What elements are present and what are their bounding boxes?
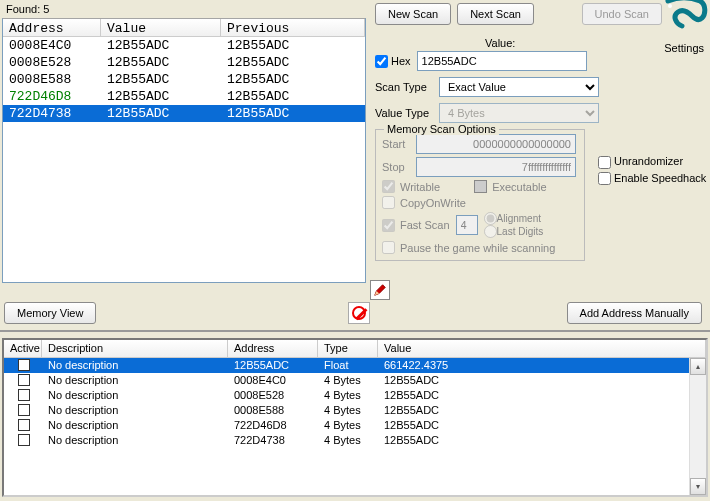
list-row[interactable]: No description0008E5284 Bytes12B55ADC <box>4 388 706 403</box>
writable-checkbox[interactable] <box>382 180 395 193</box>
vertical-scrollbar[interactable]: ▴ ▾ <box>689 358 706 495</box>
freeze-checkbox[interactable] <box>18 419 30 431</box>
speedhack-label: Enable Speedhack <box>614 172 706 184</box>
memory-view-button[interactable]: Memory View <box>4 302 96 324</box>
results-row[interactable]: 0008E52812B55ADC12B55ADC <box>3 54 365 71</box>
list-row[interactable]: No description722D47384 Bytes12B55ADC <box>4 433 706 448</box>
pencil-icon[interactable] <box>370 280 390 300</box>
alignment-radio[interactable] <box>484 212 497 225</box>
freeze-checkbox[interactable] <box>18 404 30 416</box>
memory-options-legend: Memory Scan Options <box>384 123 499 135</box>
scroll-up-icon[interactable]: ▴ <box>690 358 706 375</box>
col-header-address-bottom[interactable]: Address <box>228 340 318 357</box>
found-count-label: Found: 5 <box>6 3 49 15</box>
last-digits-radio[interactable] <box>484 225 497 238</box>
scan-type-label: Scan Type <box>375 81 439 93</box>
stop-address-input[interactable] <box>416 157 576 177</box>
copyonwrite-checkbox[interactable] <box>382 196 395 209</box>
pause-scanning-checkbox[interactable] <box>382 241 395 254</box>
start-address-input[interactable] <box>416 134 576 154</box>
executable-label: Executable <box>492 181 546 193</box>
add-address-manually-button[interactable]: Add Address Manually <box>567 302 702 324</box>
col-header-active[interactable]: Active <box>4 340 42 357</box>
memory-scan-options-group: Memory Scan Options Start Stop Writable … <box>375 129 585 261</box>
scan-type-select[interactable]: Exact Value <box>439 77 599 97</box>
freeze-checkbox[interactable] <box>18 389 30 401</box>
scroll-down-icon[interactable]: ▾ <box>690 478 706 495</box>
results-row[interactable]: 722D473812B55ADC12B55ADC <box>3 105 365 122</box>
value-type-label: Value Type <box>375 107 439 119</box>
pause-scanning-label: Pause the game while scanning <box>400 242 555 254</box>
list-row[interactable]: No description0008E5884 Bytes12B55ADC <box>4 403 706 418</box>
results-row[interactable]: 722D46D812B55ADC12B55ADC <box>3 88 365 105</box>
address-list-table[interactable]: Active Description Address Type Value No… <box>2 338 708 497</box>
value-type-select[interactable]: 4 Bytes <box>439 103 599 123</box>
copyonwrite-label: CopyOnWrite <box>400 197 466 209</box>
undo-scan-button[interactable]: Undo Scan <box>582 3 662 25</box>
stop-label: Stop <box>382 161 416 173</box>
hex-checkbox[interactable] <box>375 55 388 68</box>
hex-label: Hex <box>391 55 411 67</box>
fast-scan-label: Fast Scan <box>400 219 450 231</box>
results-row[interactable]: 0008E58812B55ADC12B55ADC <box>3 71 365 88</box>
col-header-address[interactable]: Address <box>3 19 101 36</box>
freeze-checkbox[interactable] <box>18 374 30 386</box>
col-header-description[interactable]: Description <box>42 340 228 357</box>
clear-list-icon[interactable] <box>348 302 370 324</box>
executable-checkbox[interactable] <box>474 180 487 193</box>
fast-scan-value-input[interactable] <box>456 215 478 235</box>
list-row[interactable]: No description722D46D84 Bytes12B55ADC <box>4 418 706 433</box>
last-digits-label: Last Digits <box>497 226 544 237</box>
unrandomizer-label: Unrandomizer <box>614 155 683 167</box>
new-scan-button[interactable]: New Scan <box>375 3 451 25</box>
freeze-checkbox[interactable] <box>18 434 30 446</box>
speedhack-checkbox[interactable] <box>598 172 611 185</box>
list-row[interactable]: No description12B55ADCFloat661422.4375 <box>4 358 706 373</box>
col-header-value-bottom[interactable]: Value <box>378 340 706 357</box>
next-scan-button[interactable]: Next Scan <box>457 3 534 25</box>
freeze-checkbox[interactable] <box>18 359 30 371</box>
scan-results-table[interactable]: Address Value Previous 0008E4C012B55ADC1… <box>2 18 366 283</box>
unrandomizer-checkbox[interactable] <box>598 156 611 169</box>
writable-label: Writable <box>400 181 440 193</box>
value-label: Value: <box>485 37 515 49</box>
results-row[interactable]: 0008E4C012B55ADC12B55ADC <box>3 37 365 54</box>
col-header-previous[interactable]: Previous <box>221 19 365 36</box>
fast-scan-checkbox[interactable] <box>382 219 395 232</box>
alignment-label: Alignment <box>497 213 541 224</box>
col-header-value[interactable]: Value <box>101 19 221 36</box>
start-label: Start <box>382 138 416 150</box>
col-header-type[interactable]: Type <box>318 340 378 357</box>
list-row[interactable]: No description0008E4C04 Bytes12B55ADC <box>4 373 706 388</box>
value-input[interactable] <box>417 51 587 71</box>
